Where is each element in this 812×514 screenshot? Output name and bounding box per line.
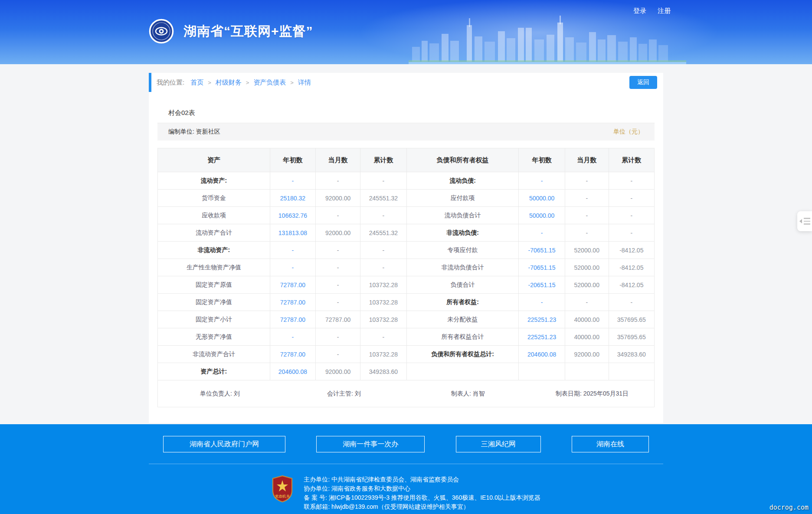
table-row: 固定资产原值72787.00-103732.28负债合计-20651.15520… <box>158 276 655 294</box>
row-label-cell: 应付款项 <box>406 190 519 207</box>
row-label-cell: 应收款项 <box>158 207 270 224</box>
value-cell: - <box>609 172 654 190</box>
footer-bottom: 党政机关 主办单位: 中共湖南省纪律检查委员会、湖南省监察委员会 协办单位: 湖… <box>0 475 812 511</box>
value-cell[interactable]: -70651.15 <box>519 242 565 259</box>
report-card: 村会02表 编制单位: 资新社区 单位（元） 资产 年初数 当月数 累计数 负债… <box>149 92 663 423</box>
row-label-cell: 专项应付款 <box>406 242 519 259</box>
value-cell: 52000.00 <box>565 242 609 259</box>
value-cell: 357695.65 <box>609 328 654 346</box>
value-cell[interactable]: 25180.32 <box>270 190 315 207</box>
value-cell: 40000.00 <box>565 328 609 346</box>
value-cell[interactable]: 106632.76 <box>270 207 315 224</box>
col-year-start: 年初数 <box>270 148 315 172</box>
col-current-month: 当月数 <box>316 148 360 172</box>
value-cell[interactable]: - <box>519 224 565 242</box>
breadcrumb-separator: > <box>208 79 211 86</box>
table-row: 流动资产:---流动负债:--- <box>158 172 655 190</box>
footer-link-hunan-online[interactable]: 湖南在线 <box>572 436 649 452</box>
footer-info-line: 协办单位: 湖南省政务服务和大数据中心 <box>304 484 540 493</box>
site-header: 湖南省“互联网+监督” 登录 注册 <box>0 0 812 64</box>
value-cell: - <box>316 259 360 276</box>
breadcrumb-item-village-finance[interactable]: 村级财务 <box>216 79 242 87</box>
table-row: 流动资产合计131813.0892000.00245551.32非流动负债:--… <box>158 224 655 242</box>
breadcrumb-item-home[interactable]: 首页 <box>190 79 203 87</box>
value-cell: - <box>565 190 609 207</box>
footer-link-one-thing[interactable]: 湖南一件事一次办 <box>316 436 425 452</box>
value-cell[interactable]: 72787.00 <box>270 346 315 363</box>
value-cell: 52000.00 <box>565 276 609 294</box>
value-cell: - <box>316 276 360 294</box>
value-cell[interactable]: 204600.08 <box>270 363 315 380</box>
footer-links: 湖南省人民政府门户网 湖南一件事一次办 三湘风纪网 湖南在线 <box>163 436 649 452</box>
table-row: 非流动资产:---专项应付款-70651.1552000.00-8412.05 <box>158 242 655 259</box>
row-label-cell <box>406 363 519 380</box>
breadcrumb-item-balance-sheet[interactable]: 资产负债表 <box>253 79 286 87</box>
value-cell: - <box>360 259 406 276</box>
back-button[interactable]: 返回 <box>629 76 657 89</box>
row-label-cell: 货币资金 <box>158 190 270 207</box>
value-cell: 92000.00 <box>316 363 360 380</box>
value-cell: 40000.00 <box>565 311 609 328</box>
value-cell: - <box>565 172 609 190</box>
row-label-cell: 生产性生物资产净值 <box>158 259 270 276</box>
col-assets: 资产 <box>158 148 270 172</box>
register-link[interactable]: 注册 <box>658 7 671 15</box>
value-cell: 92000.00 <box>565 346 609 363</box>
brand[interactable]: 湖南省“互联网+监督” <box>149 19 313 44</box>
value-cell: 92000.00 <box>316 190 360 207</box>
value-cell[interactable]: 50000.00 <box>519 190 565 207</box>
row-label-cell: 所有者权益: <box>406 294 519 311</box>
main-container: 我的位置: 首页 > 村级财务 > 资产负债表 > 详情 返回 村会02表 编制… <box>149 73 663 423</box>
table-header-row: 资产 年初数 当月数 累计数 负债和所有者权益 年初数 当月数 累计数 <box>158 148 655 172</box>
row-label-cell: 无形资产净值 <box>158 328 270 346</box>
table-row: 固定资产净值72787.00-103732.28所有者权益:--- <box>158 294 655 311</box>
value-cell: - <box>609 224 654 242</box>
row-label-cell: 所有者权益合计 <box>406 328 519 346</box>
value-cell[interactable]: -70651.15 <box>519 259 565 276</box>
value-cell: - <box>609 190 654 207</box>
menu-icon <box>804 216 810 226</box>
value-cell: 103732.28 <box>360 311 406 328</box>
value-cell[interactable]: - <box>270 328 315 346</box>
footer-link-sanxiang[interactable]: 三湘风纪网 <box>456 436 541 452</box>
value-cell[interactable]: 131813.08 <box>270 224 315 242</box>
value-cell: 103732.28 <box>360 276 406 294</box>
signature-row: 单位负责人: 刘 会计主管: 刘 制表人: 肖智 制表日期: 2025年05月3… <box>157 380 655 407</box>
footer-divider <box>149 464 663 464</box>
value-cell[interactable]: - <box>519 172 565 190</box>
site-logo-icon <box>149 19 174 44</box>
table-row: 非流动资产合计72787.00-103732.28负债和所有者权益总计:2046… <box>158 346 655 363</box>
value-cell[interactable]: - <box>270 242 315 259</box>
currency-unit: 单位（元） <box>613 128 644 136</box>
value-cell[interactable]: 204600.08 <box>519 346 565 363</box>
balance-sheet-table: 资产 年初数 当月数 累计数 负债和所有者权益 年初数 当月数 累计数 流动资产… <box>157 148 655 380</box>
value-cell[interactable]: -20651.15 <box>519 276 565 294</box>
svg-text:党政机关: 党政机关 <box>275 494 290 498</box>
value-cell[interactable]: - <box>270 172 315 190</box>
footer-info-line: 联系邮箱: hlwjdb@139.com（仅受理网站建设维护相关事宜） <box>304 502 540 511</box>
breadcrumb-separator: > <box>246 79 249 86</box>
value-cell: - <box>316 242 360 259</box>
value-cell[interactable]: - <box>519 294 565 311</box>
value-cell[interactable]: 72787.00 <box>270 276 315 294</box>
value-cell[interactable]: 72787.00 <box>270 294 315 311</box>
value-cell[interactable]: - <box>270 259 315 276</box>
preparer: 制表人: 肖智 <box>451 390 485 398</box>
value-cell: 349283.60 <box>360 363 406 380</box>
footer-link-hunan-gov[interactable]: 湖南省人民政府门户网 <box>163 436 285 452</box>
value-cell[interactable]: 50000.00 <box>519 207 565 224</box>
value-cell[interactable]: 72787.00 <box>270 311 315 328</box>
value-cell[interactable]: 225251.23 <box>519 311 565 328</box>
login-link[interactable]: 登录 <box>633 7 646 15</box>
table-row: 无形资产净值---所有者权益合计225251.2340000.00357695.… <box>158 328 655 346</box>
row-label-cell: 负债合计 <box>406 276 519 294</box>
side-panel-toggle[interactable] <box>797 211 812 231</box>
row-label-cell: 流动资产合计 <box>158 224 270 242</box>
value-cell: 72787.00 <box>316 311 360 328</box>
collapse-caret-icon <box>799 219 802 223</box>
report-meta: 编制单位: 资新社区 单位（元） <box>157 123 655 141</box>
value-cell: - <box>316 328 360 346</box>
breadcrumb-item-detail[interactable]: 详情 <box>298 79 311 87</box>
value-cell[interactable]: 225251.23 <box>519 328 565 346</box>
value-cell: 103732.28 <box>360 346 406 363</box>
